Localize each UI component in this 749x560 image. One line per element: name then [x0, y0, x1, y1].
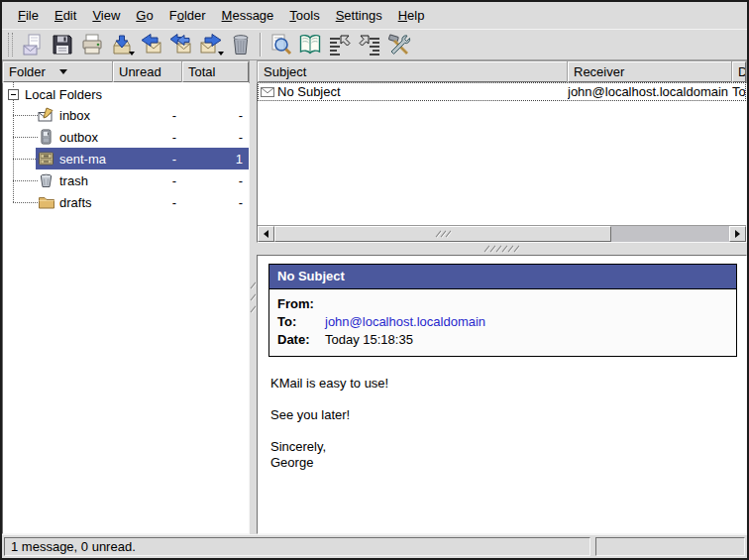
next-unread-icon	[358, 33, 381, 56]
root-folder-label: Local Folders	[25, 87, 102, 102]
date-column-label: Date	[738, 64, 746, 79]
to-address-link[interactable]: john@localhost.localdomain	[325, 313, 485, 331]
next-unread-button[interactable]	[355, 31, 384, 58]
folder-label: outbox	[59, 130, 98, 145]
menu-settings[interactable]: Settings	[328, 5, 390, 26]
total-column-header[interactable]: Total	[182, 61, 249, 82]
save-icon	[51, 33, 74, 56]
date-value: Today 15:18:35	[325, 331, 413, 349]
folder-unread-count: -	[113, 173, 182, 188]
forward-button[interactable]	[196, 31, 226, 58]
menu-view[interactable]: View	[84, 5, 128, 26]
folder-row-trash[interactable]: trash - -	[3, 169, 249, 191]
check-mail-button[interactable]	[107, 31, 137, 58]
from-label: From:	[277, 295, 325, 313]
subject-column-header[interactable]: Subject	[258, 61, 568, 82]
drafts-folder-icon	[38, 194, 55, 210]
folder-total-count: -	[182, 130, 249, 145]
menu-file[interactable]: File	[10, 5, 47, 26]
configure-icon	[387, 33, 411, 56]
folder-row-sent-ma[interactable]: sent-ma - 1	[3, 148, 249, 169]
collapse-expander-icon[interactable]	[8, 89, 19, 100]
folder-label: drafts	[59, 195, 92, 210]
find-messages-icon	[268, 33, 292, 56]
menu-tools[interactable]: Tools	[281, 5, 327, 26]
find-messages-button[interactable]	[266, 31, 295, 58]
menu-edit[interactable]: Edit	[47, 5, 84, 26]
message-list-header: Subject Receiver Date	[258, 61, 746, 82]
folder-total-count: -	[182, 195, 249, 210]
folder-unread-count: -	[113, 130, 182, 145]
tree-connector	[13, 137, 38, 138]
from-row: From:	[277, 295, 728, 313]
folder-list-header: Folder Unread Total	[3, 61, 249, 82]
tree-connector	[13, 202, 38, 203]
menu-message[interactable]: Message	[214, 5, 282, 26]
menu-help[interactable]: Help	[390, 5, 433, 26]
sort-arrow-icon	[59, 69, 67, 74]
date-column-header[interactable]: Date	[732, 61, 746, 82]
dropdown-arrow	[218, 52, 224, 56]
date-label: Date:	[277, 331, 325, 349]
unread-column-label: Unread	[119, 64, 161, 79]
total-column-label: Total	[188, 64, 215, 79]
trash-icon	[229, 33, 253, 56]
kmail-window: File Edit View Go Folder Message Tools S…	[0, 0, 749, 560]
to-row: To: john@localhost.localdomain	[277, 313, 728, 331]
toolbar-separator	[260, 33, 262, 56]
folder-label: trash	[59, 173, 88, 188]
reply-all-button[interactable]	[166, 31, 196, 58]
save-button[interactable]	[48, 31, 77, 58]
folder-label: inbox	[59, 108, 90, 123]
previous-unread-button[interactable]	[325, 31, 355, 58]
message-receiver: john@localhost.localdomain	[568, 84, 732, 99]
sent-mail-icon	[38, 151, 55, 167]
status-bar: 1 message, 0 unread.	[2, 534, 747, 558]
configure-button[interactable]	[384, 31, 414, 58]
receiver-column-label: Receiver	[574, 64, 624, 79]
menu-folder[interactable]: Folder	[161, 5, 214, 26]
toolbar-grip[interactable]	[8, 33, 13, 56]
date-row: Date: Today 15:18:35	[277, 331, 728, 349]
right-pane: Subject Receiver Date No Subject john@lo…	[257, 60, 747, 534]
folder-row-outbox[interactable]: outbox - -	[3, 126, 249, 148]
address-book-button[interactable]	[295, 31, 325, 58]
folder-total-count: -	[182, 108, 249, 123]
scroll-right-icon	[735, 230, 740, 238]
reply-icon	[140, 33, 163, 56]
folder-row-inbox[interactable]: inbox - -	[3, 104, 249, 126]
folder-unread-count: -	[113, 108, 182, 123]
print-button[interactable]	[77, 31, 107, 58]
tree-connector	[13, 115, 38, 116]
folder-column-header[interactable]: Folder	[3, 61, 113, 82]
receiver-column-header[interactable]: Receiver	[568, 61, 732, 82]
reply-button[interactable]	[137, 31, 166, 58]
folder-label: sent-ma	[59, 152, 106, 167]
menu-go[interactable]: Go	[128, 5, 160, 26]
outbox-icon	[38, 129, 55, 145]
unread-column-header[interactable]: Unread	[113, 61, 182, 82]
trash-button[interactable]	[226, 31, 256, 58]
folder-panel: Folder Unread Total Local Folders inbox …	[2, 60, 250, 534]
new-message-button[interactable]	[18, 31, 48, 58]
message-row[interactable]: No Subject john@localhost.localdomain To…	[258, 82, 746, 101]
folder-row-drafts[interactable]: drafts - -	[3, 191, 249, 213]
to-label: To:	[277, 313, 325, 331]
inbox-icon	[38, 107, 55, 123]
status-right-panel	[595, 537, 745, 556]
horizontal-splitter[interactable]	[257, 243, 747, 255]
scrollbar-track[interactable]	[611, 226, 729, 242]
new-message-icon	[21, 33, 45, 56]
toolbar	[2, 29, 747, 60]
folder-row-local-folders[interactable]: Local Folders	[3, 84, 249, 104]
folder-column-label: Folder	[9, 64, 46, 79]
scroll-right-button[interactable]	[729, 226, 746, 242]
address-book-icon	[298, 33, 322, 56]
vertical-splitter[interactable]	[250, 60, 257, 534]
message-header-fields: From: To: john@localhost.localdomain Dat…	[269, 289, 736, 356]
trash-folder-icon	[38, 172, 55, 188]
previous-unread-icon	[328, 33, 352, 56]
scroll-left-button[interactable]	[258, 226, 274, 242]
scrollbar-thumb[interactable]	[274, 226, 611, 242]
folder-total-count: -	[182, 173, 249, 188]
